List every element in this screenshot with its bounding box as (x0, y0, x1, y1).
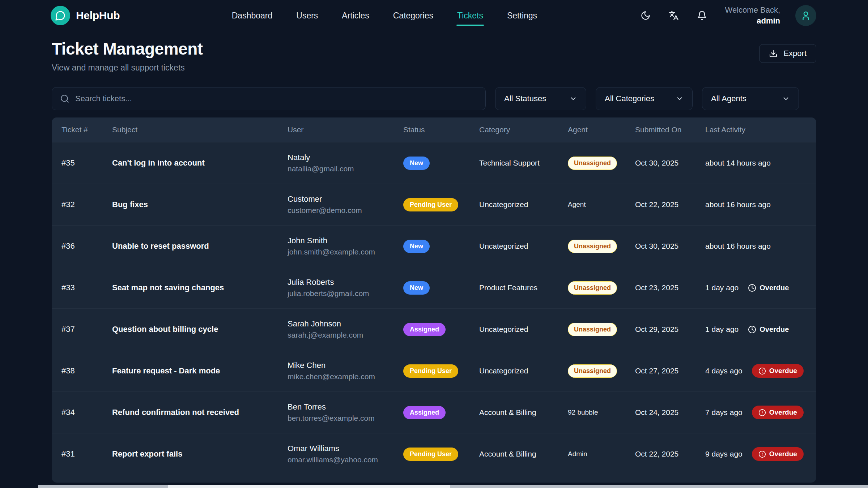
nav-articles[interactable]: Articles (341, 1, 370, 30)
helphub-logo-icon (51, 6, 70, 25)
status-badge: Pending User (403, 448, 458, 461)
last-activity: about 16 hours ago (705, 200, 771, 209)
ticket-subject: Bug fixes (112, 200, 288, 209)
export-label: Export (783, 49, 807, 58)
status-filter-select[interactable]: All Statuses (495, 87, 586, 110)
filters-bar: All Statuses All Categories All Agents (0, 73, 868, 110)
submitted-date: Oct 22, 2025 (635, 450, 705, 458)
status-badge: Pending User (403, 364, 458, 378)
table-row[interactable]: #37 Question about billing cycle Sarah J… (52, 308, 816, 350)
agent-badge: Agent (568, 201, 586, 209)
status-badge: New (403, 281, 430, 295)
status-filter-value: All Statuses (504, 94, 546, 103)
ticket-user-email: mike.chen@example.com (288, 372, 397, 381)
dark-mode-toggle[interactable] (638, 8, 653, 23)
ticket-user-email: john.smith@example.com (288, 248, 397, 256)
ticket-category: Technical Support (479, 159, 568, 167)
export-button[interactable]: Export (759, 44, 816, 63)
table-row[interactable]: #33 Seat map not saving changes Julia Ro… (52, 267, 816, 308)
clock-icon (748, 325, 756, 334)
table-header-row: Ticket # Subject User Status Category Ag… (52, 117, 816, 142)
page-head: Ticket Management View and manage all su… (0, 31, 868, 73)
last-activity: about 14 hours ago (705, 159, 771, 167)
ticket-id: #36 (61, 241, 112, 251)
ticket-subject: Can't log in into account (112, 158, 288, 168)
nav-tickets[interactable]: Tickets (456, 1, 484, 30)
brand[interactable]: HelpHub (51, 6, 120, 25)
table-row[interactable]: #35 Can't log in into account Nataly nat… (52, 142, 816, 184)
ticket-user-name: Ben Torres (288, 402, 397, 412)
chevron-down-icon (782, 95, 790, 103)
search-icon (60, 94, 69, 103)
ticket-user-email: omar.williams@yahoo.com (288, 455, 397, 464)
table-row[interactable]: #38 Feature request - Dark mode Mike Che… (52, 350, 816, 391)
language-switcher[interactable] (667, 8, 681, 23)
ticket-id: #35 (61, 158, 112, 168)
notifications-button[interactable] (695, 8, 709, 23)
chevron-down-icon (569, 95, 577, 103)
welcome-block: Welcome Back, admin (725, 5, 780, 26)
submitted-date: Oct 30, 2025 (635, 242, 705, 251)
overdue-indicator: Overdue (748, 325, 789, 334)
ticket-category: Uncategorized (479, 367, 568, 375)
bell-icon (697, 10, 707, 21)
table-row[interactable]: #34 Refund confirmation not received Ben… (52, 391, 816, 433)
table-row[interactable]: #31 Report export fails Omar Williams om… (52, 433, 816, 475)
ticket-user-name: John Smith (288, 236, 397, 245)
ticket-category: Account & Billing (479, 408, 568, 417)
category-filter-value: All Categories (605, 94, 654, 103)
tickets-table: Ticket # Subject User Status Category Ag… (52, 117, 816, 483)
download-icon (769, 49, 778, 58)
ticket-category: Uncategorized (479, 242, 568, 251)
agent-filter-select[interactable]: All Agents (702, 87, 799, 110)
table-row[interactable]: #32 Bug fixes Customer customer@demo.com… (52, 184, 816, 225)
table-row[interactable]: #36 Unable to reset password John Smith … (52, 225, 816, 267)
alert-circle-icon (758, 450, 766, 458)
search-box (52, 87, 486, 110)
horizontal-scrollbar[interactable] (38, 485, 868, 488)
nav-settings[interactable]: Settings (506, 1, 538, 30)
search-input[interactable] (75, 94, 477, 103)
nav-dashboard[interactable]: Dashboard (231, 1, 273, 30)
ticket-user-name: Julia Roberts (288, 278, 397, 287)
ticket-user-name: Mike Chen (288, 361, 397, 370)
ticket-category: Uncategorized (479, 200, 568, 209)
nav-categories[interactable]: Categories (392, 1, 434, 30)
ticket-id: #38 (61, 366, 112, 376)
category-filter-select[interactable]: All Categories (596, 87, 693, 110)
agent-badge: 92 bubble (568, 408, 598, 416)
ticket-category: Product Features (479, 283, 568, 292)
overdue-badge: Overdue (752, 364, 804, 378)
app-header: HelpHub Dashboard Users Articles Categor… (0, 0, 868, 31)
nav-users[interactable]: Users (295, 1, 319, 30)
ticket-user-email: natallia@gmail.com (288, 164, 397, 173)
page-subtitle: View and manage all support tickets (52, 63, 203, 73)
last-activity: 9 days ago (705, 450, 743, 458)
ticket-user-name: Nataly (288, 153, 397, 162)
agent-filter-value: All Agents (711, 94, 746, 103)
col-user: User (288, 125, 403, 134)
ticket-subject: Question about billing cycle (112, 325, 288, 334)
user-icon (800, 10, 811, 21)
user-avatar[interactable] (795, 5, 816, 26)
ticket-id: #34 (61, 408, 112, 417)
submitted-date: Oct 27, 2025 (635, 367, 705, 375)
overdue-indicator: Overdue (748, 284, 789, 292)
agent-badge: Unassigned (568, 157, 617, 170)
ticket-user-email: customer@demo.com (288, 206, 397, 215)
last-activity: 1 day ago (705, 283, 739, 292)
scrollbar-thumb[interactable] (168, 485, 450, 488)
agent-badge: Unassigned (568, 281, 617, 295)
welcome-text: Welcome Back, (725, 5, 780, 16)
ticket-user-name: Customer (288, 194, 397, 204)
submitted-date: Oct 30, 2025 (635, 159, 705, 167)
status-badge: Assigned (403, 323, 446, 336)
last-activity: 4 days ago (705, 367, 743, 375)
col-last-activity: Last Activity (705, 125, 816, 134)
submitted-date: Oct 29, 2025 (635, 325, 705, 334)
username: admin (725, 16, 780, 26)
alert-circle-icon (758, 367, 766, 375)
ticket-user-name: Sarah Johnson (288, 319, 397, 329)
table-body: #35 Can't log in into account Nataly nat… (52, 142, 816, 475)
ticket-category: Account & Billing (479, 450, 568, 458)
